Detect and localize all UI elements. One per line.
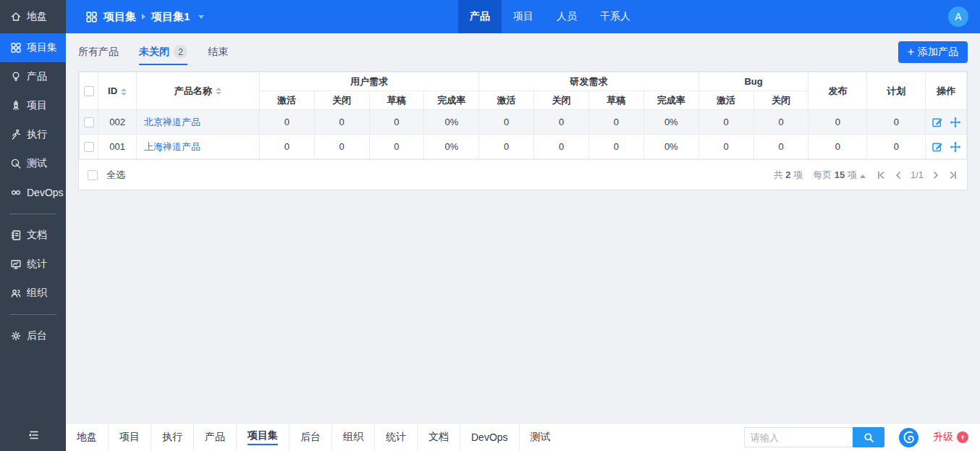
select-all-checkbox[interactable] [84,86,94,96]
tab-all-products[interactable]: 所有产品 [78,40,119,65]
top-tab-label: 干系人 [600,10,630,23]
move-icon[interactable] [950,141,961,153]
tab-closed[interactable]: 结束 [208,40,228,65]
sidebar-item-devops[interactable]: DevOps [0,178,66,207]
sidebar-item-product[interactable]: 产品 [0,62,66,91]
sort-icon[interactable] [216,88,221,95]
sidebar-item-admin[interactable]: 后台 [0,321,66,350]
grid-icon [85,11,98,23]
product-link[interactable]: 北京禅道产品 [144,117,200,127]
cell-value: 0 [479,135,534,159]
top-tab-label: 项目 [513,10,533,23]
top-tab-project[interactable]: 项目 [502,0,545,33]
bottom-bar: 地盘 项目 执行 产品 项目集 后台 组织 统计 文档 DevOps 测试 [66,423,980,451]
first-page-button[interactable] [876,170,886,180]
sidebar-item-doc[interactable]: 文档 [0,221,66,250]
bottom-nav-admin[interactable]: 后台 [290,423,332,451]
sidebar-collapse-button[interactable] [0,421,66,450]
group-header-dev-stories: 研发需求 [479,72,698,91]
add-product-button[interactable]: + 添加产品 [898,41,968,63]
sidebar-spacer [0,350,66,421]
sidebar-item-org[interactable]: 组织 [0,279,66,308]
bottom-nav-doc[interactable]: 文档 [418,423,460,451]
bottom-nav-org[interactable]: 组织 [332,423,375,451]
breadcrumb: 项目集 项目集1 [66,10,204,24]
rocket-icon [9,100,22,112]
bottom-nav-dashboard[interactable]: 地盘 [66,423,109,451]
row-name-cell: 北京禅道产品 [136,110,259,135]
column-label: 关闭 [772,95,790,106]
prev-page-button[interactable] [893,170,903,180]
sort-icon[interactable] [121,88,127,96]
column-label: 激活 [277,95,296,106]
sidebar-divider [9,214,56,214]
runner-icon [9,129,22,141]
column-label: 完成率 [657,95,685,106]
select-all-checkbox[interactable] [88,170,98,180]
breadcrumb-current[interactable]: 项目集1 [151,10,190,24]
column-header-name[interactable]: 产品名称 [136,72,259,110]
bottom-nav-product[interactable]: 产品 [194,423,237,451]
sidebar-item-dashboard[interactable]: 地盘 [0,0,66,33]
top-tab-label: 产品 [470,10,490,23]
zentao-logo[interactable] [899,428,918,447]
bottom-nav-program[interactable]: 项目集 [237,423,290,451]
bottom-nav-label: 后台 [300,431,321,444]
row-id: 001 [98,135,137,159]
per-page-select[interactable]: 每页 15 项 [813,169,866,182]
tab-label: 结束 [208,46,228,59]
content-area: 所有产品 未关闭 2 结束 + 添加产品 [66,33,980,423]
avatar[interactable]: A [948,7,968,27]
move-icon[interactable] [950,117,961,128]
column-label: 完成率 [437,95,465,106]
tab-unclosed[interactable]: 未关闭 2 [139,39,187,65]
edit-icon[interactable] [932,117,943,128]
bottom-nav-devops[interactable]: DevOps [460,423,520,451]
subcol-active: 激活 [479,91,534,110]
last-page-button[interactable] [948,170,958,180]
cell-value: 0% [424,135,479,159]
cell-value: 0 [479,110,534,135]
product-table-container: ID 产品名称 用户需求 研发需求 Bug 发布 计划 操作 激活 关闭 [78,71,968,190]
cell-value: 0% [643,135,698,159]
column-label: 激活 [717,95,735,106]
toolbar: 所有产品 未关闭 2 结束 + 添加产品 [78,33,968,71]
column-header-id[interactable]: ID [98,72,137,110]
row-checkbox[interactable] [84,117,94,127]
product-link[interactable]: 上海禅道产品 [144,141,200,152]
top-header: 项目集 项目集1 产品 项目 人员 干系人 A [66,0,980,33]
cell-value: 0 [588,135,643,159]
bottom-nav-stats[interactable]: 统计 [375,423,418,451]
next-page-button[interactable] [931,170,941,180]
sidebar-item-label: 后台 [27,329,47,342]
row-checkbox[interactable] [84,142,94,152]
search-button[interactable] [853,427,884,447]
sidebar-item-execution[interactable]: 执行 [0,120,66,149]
sidebar-item-test[interactable]: 测试 [0,149,66,178]
top-tab-product[interactable]: 产品 [458,0,502,33]
table-footer: 全选 共 2 项 每页 15 项 1/1 [79,159,967,190]
subcol-complete-rate: 完成率 [424,91,479,110]
top-tab-stakeholder[interactable]: 干系人 [588,0,642,33]
bottom-nav-test[interactable]: 测试 [520,423,562,451]
lightbulb-icon [9,71,22,83]
edit-icon[interactable] [932,141,943,153]
chevron-down-icon[interactable] [198,15,204,19]
breadcrumb-root[interactable]: 项目集 [104,10,136,24]
upgrade-link[interactable]: 升级 [933,431,968,444]
row-actions [926,110,967,135]
bottom-nav-label: 统计 [386,431,406,444]
group-label: 研发需求 [570,76,607,87]
bottom-nav-project[interactable]: 项目 [109,423,151,451]
infinity-icon [9,187,22,199]
search-input[interactable] [744,427,853,447]
sidebar-item-stats[interactable]: 统计 [0,250,66,279]
group-label: 用户需求 [350,76,388,87]
bottom-nav-label: 测试 [531,431,551,444]
cell-value: 0 [698,135,753,159]
sidebar-item-program[interactable]: 项目集 [0,33,66,62]
bottom-nav-execution[interactable]: 执行 [151,423,194,451]
top-tab-personnel[interactable]: 人员 [545,0,588,33]
sidebar-item-project[interactable]: 项目 [0,91,66,120]
bottom-nav-label: 项目集 [248,429,278,445]
